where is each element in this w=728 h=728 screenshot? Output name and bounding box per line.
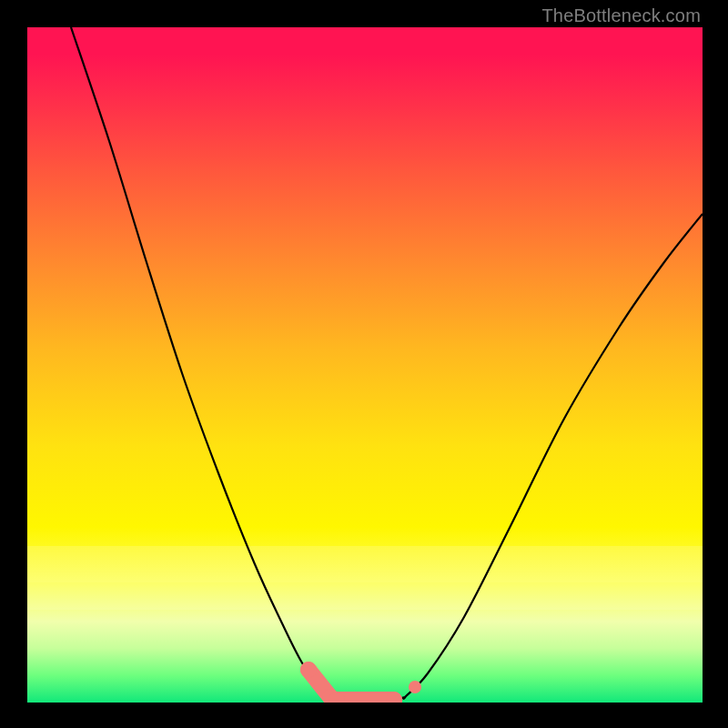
outer-frame: TheBottleneck.com <box>0 0 728 728</box>
bottleneck-curve <box>71 27 703 701</box>
curve-markers <box>300 662 421 703</box>
plot-area <box>27 27 703 703</box>
marker-dot <box>409 681 421 693</box>
curve-svg <box>27 27 703 703</box>
marker-endcap <box>300 662 317 678</box>
attribution-text: TheBottleneck.com <box>541 5 701 26</box>
